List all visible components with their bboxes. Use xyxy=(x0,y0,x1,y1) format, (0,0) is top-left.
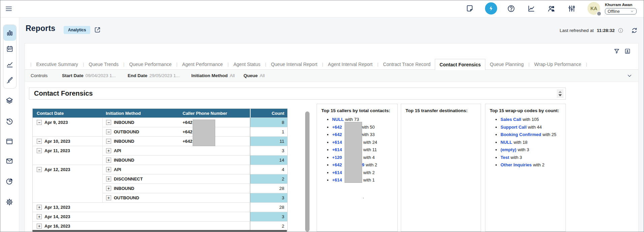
external-link-icon[interactable] xyxy=(94,26,101,33)
filter-start-date[interactable]: Start Date09/04/2023 1... xyxy=(62,73,116,78)
expand-icon[interactable]: + xyxy=(106,186,111,191)
spinner-up-icon[interactable] xyxy=(558,91,562,93)
collapse-icon[interactable]: − xyxy=(106,120,111,125)
table-row: −Apr 11, 2023+API3 xyxy=(33,146,287,155)
history-icon[interactable] xyxy=(5,117,13,125)
refresh-icon[interactable] xyxy=(631,27,638,34)
expand-icon[interactable]: + xyxy=(37,214,42,219)
expand-icon[interactable]: + xyxy=(106,158,111,163)
tab-separator: | xyxy=(586,62,587,67)
tab-queue-planning[interactable]: Queue Planning xyxy=(485,59,528,69)
caller-link[interactable]: +642 xyxy=(332,162,342,167)
method-cell: +API xyxy=(102,146,180,155)
layers-icon[interactable] xyxy=(5,97,13,105)
wrapup-link[interactable]: Test xyxy=(501,155,509,160)
wrapup-link[interactable]: Support Call xyxy=(501,125,526,130)
caller-count-text: with 2 xyxy=(363,170,375,175)
method-label: INBOUND xyxy=(114,158,134,163)
caller-link[interactable]: +614 xyxy=(332,177,342,183)
window-icon[interactable] xyxy=(5,137,13,145)
metrics-icon[interactable] xyxy=(527,4,536,13)
collapse-icon[interactable]: − xyxy=(37,148,42,153)
analytics-badge[interactable]: Analytics xyxy=(64,26,90,34)
table-vertical-scrollbar[interactable] xyxy=(305,111,310,232)
col-contact-date[interactable]: Contact Date xyxy=(33,109,102,118)
note-icon[interactable] xyxy=(465,4,474,13)
table-horizontal-scrollbar[interactable] xyxy=(32,230,287,232)
info-icon[interactable] xyxy=(618,28,623,33)
tab-agent-interval-report[interactable]: Agent Interval Report xyxy=(324,59,377,69)
expand-icon[interactable]: + xyxy=(106,148,111,153)
wrapup-link[interactable]: Other Inquiries xyxy=(501,162,532,167)
help-icon[interactable] xyxy=(507,4,515,13)
expand-icon[interactable]: + xyxy=(37,205,42,210)
filter-initiation-method[interactable]: Initiation MethodAll xyxy=(191,73,235,78)
agents-icon[interactable] xyxy=(547,4,556,13)
sidebar-item-calendar[interactable] xyxy=(3,41,16,57)
caller-link[interactable]: +120 xyxy=(332,155,342,160)
hamburger-menu-icon[interactable] xyxy=(5,5,13,13)
col-caller-phone[interactable]: Caller Phone Number xyxy=(180,109,250,118)
caller-link[interactable]: +614 xyxy=(332,170,342,175)
tab-contract-trace-record[interactable]: Contract Trace Record xyxy=(379,59,435,69)
col-count[interactable]: Count xyxy=(250,109,287,118)
sidebar-item-reports[interactable] xyxy=(3,25,16,41)
wrapup-link[interactable]: NULL xyxy=(501,140,512,145)
caller-link[interactable]: +642 xyxy=(332,125,342,130)
collapse-icon[interactable]: − xyxy=(37,120,42,125)
wrapups-panel-title: Top 15 wrap-up codes by count: xyxy=(485,104,566,114)
tab-wrap-up-performance[interactable]: Wrap-Up Performance xyxy=(530,59,586,69)
tab-queue-interval-report[interactable]: Queue Interval Report xyxy=(266,59,322,69)
expand-icon[interactable]: + xyxy=(106,195,111,200)
col-initiation-method[interactable]: Initiation Method xyxy=(102,109,180,118)
phone-cell xyxy=(180,165,250,174)
spinner-down-icon[interactable] xyxy=(558,94,562,96)
tab-agent-status[interactable]: Agent Status xyxy=(229,59,265,69)
caller-link[interactable]: +614 xyxy=(332,147,342,152)
method-label: INBOUND xyxy=(114,120,134,125)
wrapup-link[interactable]: Booking Confirmed xyxy=(501,132,541,137)
download-icon[interactable] xyxy=(624,48,631,55)
tab-queue-performance[interactable]: Queue Performance xyxy=(125,59,176,69)
sidebar-item-analytics[interactable] xyxy=(3,57,16,72)
wrapup-count-text: with 105 xyxy=(522,117,539,122)
line-chart-icon xyxy=(6,61,13,68)
count-cell: 8 xyxy=(250,118,287,127)
sidebar-item-design[interactable] xyxy=(3,72,16,88)
caller-link[interactable]: +614 xyxy=(332,140,342,145)
collapse-icon[interactable]: − xyxy=(37,167,42,172)
tab-contact-forensics[interactable]: Contact Forensics xyxy=(435,59,485,70)
caller-link[interactable]: +642 xyxy=(332,132,342,137)
collapse-icon[interactable]: − xyxy=(106,129,111,134)
wrapup-link[interactable]: (empty) xyxy=(501,147,516,152)
tab-agent-performance[interactable]: Agent Performance xyxy=(178,59,227,69)
gear-icon[interactable] xyxy=(5,198,13,206)
filter-end-date[interactable]: End Date29/05/2023 1... xyxy=(128,73,180,78)
section-spinner xyxy=(557,89,564,98)
tab-executive-summary[interactable]: Executive Summary xyxy=(32,59,82,69)
phone-cell xyxy=(180,155,250,165)
expand-icon[interactable]: + xyxy=(106,167,111,172)
caller-list-item: NULLwith 73 xyxy=(332,116,397,124)
phone-cell xyxy=(180,184,250,193)
caller-link[interactable]: NULL xyxy=(332,117,344,122)
wrapup-link[interactable]: Sales Call xyxy=(501,117,521,122)
method-cell: +API xyxy=(102,165,180,174)
mail-icon[interactable] xyxy=(5,157,13,165)
expand-icon[interactable]: + xyxy=(106,176,111,181)
status-select[interactable]: Offline xyxy=(605,8,637,14)
count-cell: 11 xyxy=(250,136,287,146)
controls-collapse-icon[interactable] xyxy=(627,73,632,78)
pie-chart-icon[interactable] xyxy=(5,177,13,186)
collapse-icon[interactable]: − xyxy=(106,139,111,144)
sliders-icon[interactable] xyxy=(568,4,576,13)
date-cell: +Apr 13, 2023 xyxy=(33,202,102,212)
filter-icon[interactable] xyxy=(613,48,620,55)
filter-value: All xyxy=(260,73,265,78)
filter-label: End Date xyxy=(128,73,148,78)
collapse-icon[interactable]: − xyxy=(37,139,42,144)
flash-icon[interactable] xyxy=(485,2,497,14)
filter-queue[interactable]: QueueAll xyxy=(244,73,265,78)
tab-queue-trends[interactable]: Queue Trends xyxy=(84,59,123,69)
expand-icon[interactable]: + xyxy=(37,224,42,229)
